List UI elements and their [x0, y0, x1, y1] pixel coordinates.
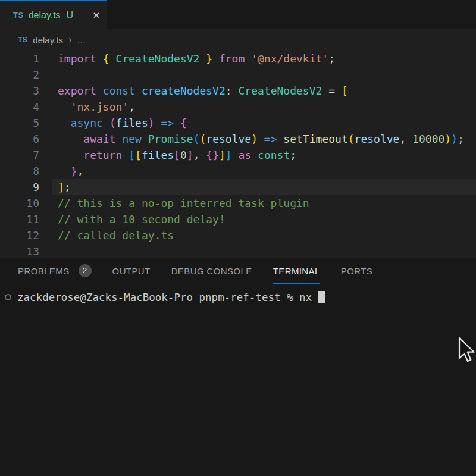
code-text: // this is a no-op interred task plugin [58, 195, 309, 211]
line-number: 10 [0, 195, 39, 211]
command-decoration-icon [5, 294, 11, 300]
code-text: import { CreateNodesV2 } from '@nx/devki… [58, 51, 335, 67]
code-line[interactable]: 6 await new Promise((resolve) => setTime… [0, 131, 476, 147]
code-text: // called delay.ts [58, 227, 174, 243]
line-number: 2 [0, 67, 39, 83]
code-line[interactable]: 8 }, [0, 163, 476, 179]
tab-filename: delay.ts [29, 10, 61, 21]
code-line[interactable]: 10// this is a no-op interred task plugi… [0, 195, 476, 211]
panel-tab-output[interactable]: OUTPUT [112, 258, 151, 284]
line-number: 1 [0, 51, 39, 67]
code-line[interactable]: 3export const createNodesV2: CreateNodes… [0, 83, 476, 99]
line-number: 3 [0, 83, 39, 99]
panel-tab-terminal[interactable]: TERMINAL [273, 258, 320, 284]
line-number: 8 [0, 163, 39, 179]
line-number: 11 [0, 211, 39, 227]
line-number: 13 [0, 243, 39, 258]
code-line[interactable]: 1import { CreateNodesV2 } from '@nx/devk… [0, 51, 476, 67]
line-number: 5 [0, 115, 39, 131]
code-text: 'nx.json', [58, 99, 135, 115]
code-text: // with a 10 second delay! [58, 211, 226, 227]
code-text: async (files) => { [58, 115, 187, 131]
terminal-cursor [318, 291, 325, 303]
code-text: }, [58, 163, 83, 179]
code-text: return [[files[0], {}]] as const; [58, 147, 296, 163]
code-line[interactable]: 2 [0, 67, 476, 83]
panel-tab-label: PROBLEMS [18, 266, 70, 276]
code-text: export const createNodesV2: CreateNodesV… [58, 83, 348, 99]
panel-tab-label: PORTS [341, 266, 372, 276]
panel-tab-problems[interactable]: PROBLEMS2 [18, 258, 92, 284]
code-line[interactable]: 7 return [[files[0], {}]] as const; [0, 147, 476, 163]
editor-tab-bar: TS delay.ts U ✕ [0, 0, 476, 29]
breadcrumb-filename[interactable]: delay.ts [33, 35, 63, 45]
panel-tab-label: OUTPUT [112, 266, 151, 276]
typescript-file-icon: TS [13, 11, 24, 20]
code-line[interactable]: 5 async (files) => { [0, 115, 476, 131]
code-line[interactable]: 4 'nx.json', [0, 99, 476, 115]
code-text: ]; [58, 179, 71, 195]
panel-tab-ports[interactable]: PORTS [341, 258, 372, 284]
line-number: 6 [0, 131, 39, 147]
panel-tab-label: TERMINAL [273, 266, 320, 276]
code-text: await new Promise((resolve) => setTimeou… [58, 131, 464, 147]
code-line[interactable]: 12// called delay.ts [0, 227, 476, 243]
panel-tab-debug-console[interactable]: DEBUG CONSOLE [171, 258, 252, 284]
editor-group: TS delay.ts › … 1import { CreateNodesV2 … [0, 29, 476, 258]
code-line[interactable]: 11// with a 10 second delay! [0, 211, 476, 227]
line-number: 9 [0, 179, 39, 195]
git-status-badge: U [67, 10, 74, 21]
breadcrumb: TS delay.ts › … [0, 29, 476, 51]
breadcrumb-symbol-ellipsis[interactable]: … [77, 35, 86, 45]
line-number: 4 [0, 99, 39, 115]
chevron-right-icon: › [68, 35, 71, 45]
line-number: 12 [0, 227, 39, 243]
panel-tab-label: DEBUG CONSOLE [171, 266, 252, 276]
line-number: 7 [0, 147, 39, 163]
code-lines[interactable]: 1import { CreateNodesV2 } from '@nx/devk… [0, 51, 476, 258]
terminal[interactable]: zackderose@Zacks-MacBook-Pro pnpm-ref-te… [0, 289, 476, 305]
bottom-panel: PROBLEMS2OUTPUTDEBUG CONSOLETERMINALPORT… [0, 258, 476, 476]
code-line[interactable]: 9]; [0, 179, 476, 195]
code-line[interactable]: 13 [0, 243, 476, 258]
typescript-file-icon: TS [18, 36, 27, 44]
panel-tab-bar: PROBLEMS2OUTPUTDEBUG CONSOLETERMINALPORT… [0, 258, 476, 284]
tab-delay-ts[interactable]: TS delay.ts U ✕ [0, 0, 107, 29]
terminal-prompt: zackderose@Zacks-MacBook-Pro pnpm-ref-te… [17, 292, 312, 303]
close-tab-icon[interactable]: ✕ [92, 10, 100, 21]
problems-count-badge: 2 [79, 264, 92, 277]
